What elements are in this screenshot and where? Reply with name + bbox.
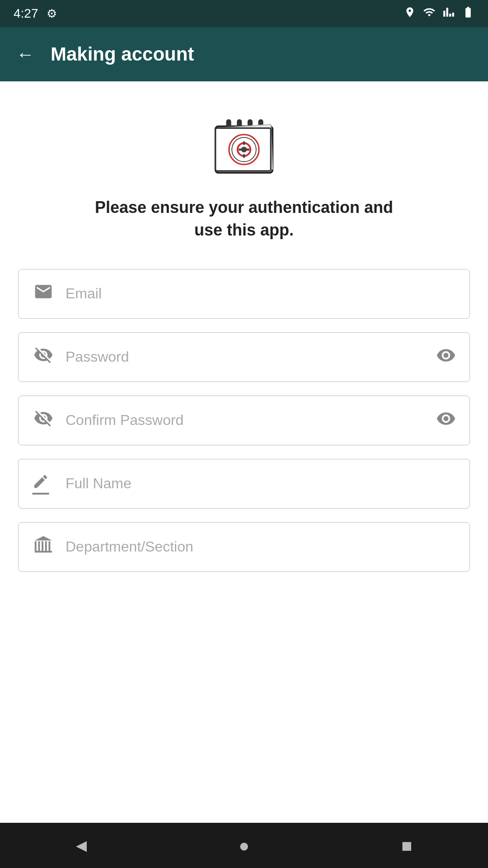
calendar-icon: [208, 108, 280, 176]
email-icon: [32, 282, 55, 306]
password-toggle-eye-icon[interactable]: [436, 345, 456, 369]
status-bar-right: [404, 6, 474, 21]
svg-rect-14: [246, 148, 249, 151]
gear-icon: ⚙: [47, 7, 57, 21]
nav-recents-button[interactable]: ■: [389, 827, 425, 863]
subtitle-text: Please ensure your authentication and us…: [81, 196, 407, 242]
confirm-password-eye-off-icon: [32, 408, 55, 432]
location-icon: [404, 6, 416, 21]
signal-icon: [443, 6, 455, 21]
svg-rect-13: [239, 148, 242, 151]
wifi-icon: [423, 6, 436, 21]
form-container: [18, 269, 470, 572]
password-eye-off-icon: [32, 345, 55, 369]
department-input[interactable]: [66, 538, 456, 555]
building-icon: [32, 534, 55, 559]
password-input[interactable]: [66, 349, 425, 365]
svg-rect-11: [243, 142, 245, 145]
nav-bar: ◄ ● ■: [0, 823, 488, 868]
app-icon: [208, 108, 280, 178]
email-field-container: [18, 269, 470, 319]
status-bar: 4:27 ⚙: [0, 0, 488, 27]
nav-back-button[interactable]: ◄: [63, 827, 99, 863]
back-button[interactable]: ←: [16, 44, 34, 65]
status-bar-left: 4:27 ⚙: [14, 6, 57, 21]
svg-rect-12: [243, 154, 245, 158]
status-time: 4:27: [14, 6, 38, 21]
department-field-container: [18, 522, 470, 572]
confirm-password-input[interactable]: [66, 412, 425, 429]
full-name-input[interactable]: [66, 475, 456, 492]
email-input[interactable]: [66, 285, 456, 302]
battery-icon: [462, 6, 474, 21]
confirm-password-field-container: [18, 396, 470, 445]
page-title: Making account: [51, 43, 194, 65]
main-content: Please ensure your authentication and us…: [0, 81, 488, 823]
pencil-icon: [32, 473, 55, 495]
app-bar: ← Making account: [0, 27, 488, 81]
nav-home-button[interactable]: ●: [226, 827, 262, 863]
confirm-password-toggle-eye-icon[interactable]: [436, 409, 456, 432]
full-name-field-container: [18, 459, 470, 509]
password-field-container: [18, 332, 470, 382]
